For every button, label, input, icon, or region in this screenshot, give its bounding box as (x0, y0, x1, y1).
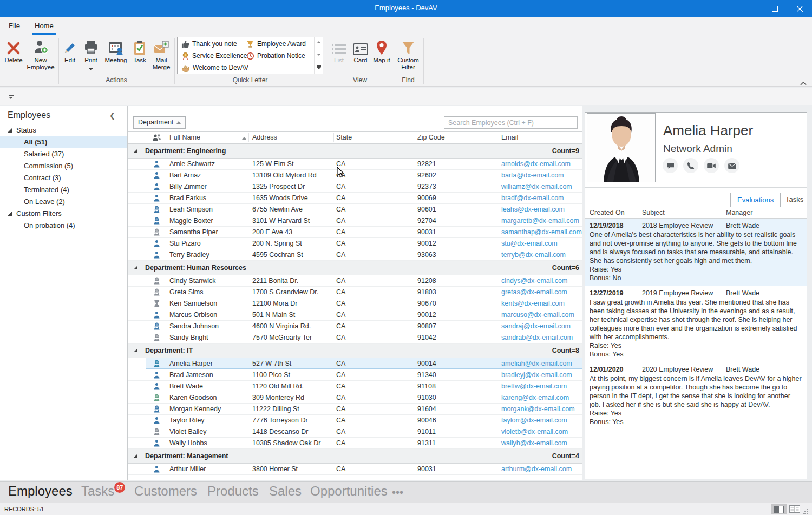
sidebar-item-on-leave-2-[interactable]: On Leave (2) (0, 196, 127, 208)
module-tab-tasks[interactable]: Tasks87 (81, 484, 114, 499)
employee-row[interactable]: Bart Arnaz 13109 Old Myford Rd CA 92602 … (128, 170, 582, 181)
cell-email-link[interactable]: morgank@dx-email.com (501, 405, 575, 413)
cell-email-link[interactable]: arnolds@dx-email.com (501, 160, 571, 168)
tab-file[interactable]: File (5, 17, 23, 35)
employee-row[interactable]: Brad Jameson 1100 Pico St CA 91340 bradl… (128, 369, 582, 381)
minimize-button[interactable] (737, 0, 762, 17)
employee-row[interactable]: Cindy Stanwick 2211 Bonita Dr. CA 91208 … (128, 275, 582, 287)
employee-row[interactable]: Violet Bailey 1418 Descanso Dr CA 91011 … (128, 426, 582, 438)
cell-email-link[interactable]: kents@dx-email.com (501, 300, 565, 307)
print-button[interactable]: Print (79, 37, 103, 72)
delete-button[interactable]: Delete (1, 37, 26, 64)
video-icon[interactable] (704, 158, 719, 173)
group-expanded-icon[interactable] (134, 454, 137, 458)
employee-row[interactable]: Sandra Johnson 4600 N Virginia Rd. CA 90… (128, 321, 582, 332)
evaluation-record[interactable]: 12/27/2019 2019 Employee Review Brett Wa… (585, 286, 807, 362)
people-column-icon[interactable] (152, 134, 161, 143)
sidebar-item-commission-5-[interactable]: Commission (5) (0, 160, 127, 172)
eval-col-manager[interactable]: Manager (726, 209, 752, 216)
cell-email-link[interactable]: terryb@dx-email.com (501, 251, 566, 259)
group-row[interactable]: Department: Management Count=4 (128, 449, 582, 464)
cell-email-link[interactable]: barta@dx-email.com (501, 171, 564, 179)
cell-email-link[interactable]: marcuso@dx-email.com (501, 311, 574, 319)
tree-node-custom-filters[interactable]: Custom Filters (0, 208, 127, 220)
employee-row[interactable]: Ken Samuelson 12100 Mora Dr CA 90670 ken… (128, 298, 582, 309)
cell-email-link[interactable]: williamz@dx-email.com (501, 183, 572, 190)
employee-row[interactable]: Brett Wade 1120 Old Mill Rd. CA 91108 br… (128, 381, 582, 392)
sidebar-item-all-51-[interactable]: All (51) (0, 136, 127, 148)
sidebar-item-on-probation-4-[interactable]: On probation (4) (0, 220, 127, 232)
task-button[interactable]: Task (129, 37, 150, 64)
cell-email-link[interactable]: gretas@dx-email.com (501, 288, 567, 296)
docked-panel-view-icon[interactable] (771, 504, 787, 514)
mail-icon[interactable] (724, 158, 739, 173)
cell-email-link[interactable]: bradleyj@dx-email.com (501, 371, 572, 379)
module-tab-employees[interactable]: Employees (8, 484, 73, 499)
tabbar-overflow-button[interactable]: ••• (392, 486, 403, 499)
group-expanded-icon[interactable] (134, 348, 137, 352)
card-view-button[interactable]: Card (349, 37, 372, 64)
cell-email-link[interactable]: arthurm@dx-email.com (501, 465, 572, 473)
col-full-name[interactable]: Full Name (169, 134, 200, 141)
employee-row[interactable]: Stu Pizaro 200 N. Spring St CA 90012 stu… (128, 238, 582, 249)
resize-grip[interactable] (803, 507, 808, 515)
eval-col-subject[interactable]: Subject (642, 209, 665, 216)
print-dropdown-caret[interactable] (89, 68, 93, 70)
employee-row[interactable]: Maggie Boxter 3101 W Harvard St CA 92704… (128, 215, 582, 227)
quick-letter-employee-award[interactable]: Employee Award (246, 38, 306, 50)
sidebar-collapse-icon[interactable]: ❮ (109, 111, 115, 120)
employee-row[interactable]: Morgan Kennedy 11222 Dilling St CA 91604… (128, 404, 582, 415)
employee-row[interactable]: Samantha Piper 200 E Ave 43 CA 90031 sam… (128, 227, 582, 238)
group-row[interactable]: Department: IT Count=8 (128, 344, 582, 358)
quick-letter-probation-notice[interactable]: Probation Notice (246, 50, 305, 62)
col-zip[interactable]: Zip Code (417, 134, 445, 141)
meeting-button[interactable]: Meeting (102, 37, 129, 64)
cell-email-link[interactable]: violetb@dx-email.com (501, 428, 568, 435)
sidebar-item-salaried-37-[interactable]: Salaried (37) (0, 148, 127, 160)
col-state[interactable]: State (336, 134, 352, 141)
mail-merge-button[interactable]: Mail Merge (149, 37, 173, 71)
group-expanded-icon[interactable] (134, 266, 137, 269)
module-tab-opportunities[interactable]: Opportunities (310, 484, 388, 499)
cell-email-link[interactable]: ameliah@dx-email.com (501, 360, 572, 367)
employee-row[interactable]: Billy Zimmer 1325 Prospect Dr CA 92373 w… (128, 181, 582, 193)
cell-email-link[interactable]: margaretb@dx-email.com (501, 217, 579, 225)
cell-email-link[interactable]: kareng@dx-email.com (501, 394, 569, 401)
group-expanded-icon[interactable] (134, 149, 137, 153)
cell-email-link[interactable]: bradf@dx-email.com (501, 194, 564, 202)
cell-email-link[interactable]: leahs@dx-email.com (501, 206, 565, 213)
cell-email-link[interactable]: wallyh@dx-email.com (501, 439, 567, 447)
sidebar-item-contract-3-[interactable]: Contract (3) (0, 172, 127, 184)
tab-tasks[interactable]: Tasks (779, 193, 810, 207)
ribbon-collapse-button[interactable] (800, 78, 807, 88)
group-by-department-button[interactable]: Department (133, 116, 186, 129)
employee-row[interactable]: Arthur Miller 3800 Homer St CA 90031 art… (128, 464, 582, 475)
evaluation-record[interactable]: 12/19/2018 2018 Employee Review Brett Wa… (585, 219, 807, 286)
employee-row[interactable]: Amelia Harper 527 W 7th St CA 90014 amel… (128, 358, 582, 369)
eval-col-created-on[interactable]: Created On (590, 209, 625, 216)
module-tab-products[interactable]: Products (207, 484, 259, 499)
employee-row[interactable]: Greta Sims 1700 S Grandview Dr. CA 91803… (128, 287, 582, 298)
edit-button[interactable]: Edit (58, 37, 82, 64)
map-it-button[interactable]: Map it (371, 37, 392, 64)
close-button[interactable] (787, 0, 812, 17)
quick-letter-welcome[interactable]: Welcome to DevAV (181, 62, 248, 74)
reading-view-icon[interactable] (789, 505, 800, 515)
employee-row[interactable]: Wally Hobbs 10385 Shadow Oak Dr CA 91311… (128, 438, 582, 449)
cell-email-link[interactable]: sandrab@dx-email.com (501, 334, 573, 341)
cell-email-link[interactable]: stu@dx-email.com (501, 240, 558, 247)
cell-email-link[interactable]: samanthap@dx-email.com (501, 228, 582, 236)
employee-row[interactable]: Taylor Riley 7776 Torreyson Dr CA 90046 … (128, 415, 582, 426)
employee-row[interactable]: Karen Goodson 309 Monterey Rd CA 91030 k… (128, 392, 582, 404)
employee-row[interactable]: Sandy Bright 7570 McGroarty Ter CA 91042… (128, 332, 582, 344)
cell-email-link[interactable]: cindys@dx-email.com (501, 277, 567, 285)
evaluation-record[interactable]: 12/01/2020 2020 Employee Review Brett Wa… (585, 362, 807, 430)
employee-row[interactable]: Terry Bradley 4595 Cochran St CA 93063 t… (128, 249, 582, 261)
module-tab-customers[interactable]: Customers (134, 484, 197, 499)
new-employee-button[interactable]: New Employee (26, 37, 55, 71)
cell-email-link[interactable]: taylorr@dx-email.com (501, 417, 567, 424)
group-row[interactable]: Department: Human Resources Count=6 (128, 261, 582, 275)
quick-letter-thank-you[interactable]: Thank you note (181, 38, 237, 50)
maximize-button[interactable] (762, 0, 787, 17)
search-input[interactable] (444, 116, 578, 129)
